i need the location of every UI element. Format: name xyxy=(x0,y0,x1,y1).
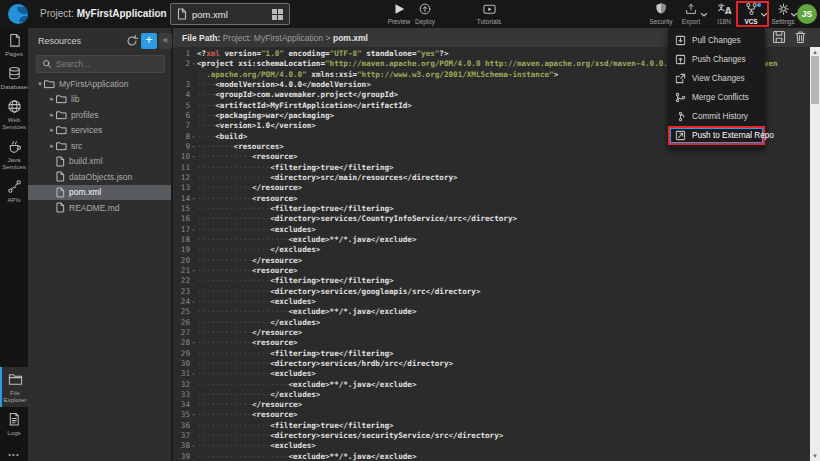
code-line-33[interactable]: 33················</excludes> xyxy=(173,390,810,400)
code-line-39[interactable]: 39····················<exclude>**/*.java… xyxy=(173,452,810,461)
tree-item-myfirstapplication[interactable]: ▾MyFirstApplication xyxy=(28,76,171,92)
menu-item-push-to-external-repo[interactable]: Push to External Repo xyxy=(668,126,765,145)
code-line-13[interactable]: 13············</resource> xyxy=(173,183,810,193)
code-line-38[interactable]: 38-················<excludes> xyxy=(173,441,810,451)
fold-marker[interactable]: - xyxy=(190,59,197,69)
history-icon xyxy=(675,111,686,122)
code-line-11[interactable]: 11················<filtering>true</filte… xyxy=(173,163,810,173)
fold-marker[interactable]: - xyxy=(190,338,197,348)
code-text: ····<version>1.0</version> xyxy=(197,121,316,130)
code-line-10[interactable]: 10-············<resource> xyxy=(173,152,810,162)
code-line-16[interactable]: 16················<directory>services/Co… xyxy=(173,214,810,224)
deploy-button[interactable]: Deploy xyxy=(405,2,445,25)
chevron-right-icon[interactable]: ▸ xyxy=(48,95,56,103)
code-line-19[interactable]: 19················</excludes> xyxy=(173,245,810,255)
scrollbar-thumb[interactable] xyxy=(811,56,819,104)
tree-item-readme-md[interactable]: README.md xyxy=(28,200,171,216)
menu-item-commit-history[interactable]: Commit History xyxy=(668,107,765,126)
code-line-24[interactable]: 24-················<excludes> xyxy=(173,297,810,307)
save-icon[interactable] xyxy=(772,30,786,44)
menu-item-pull-changes[interactable]: Pull Changes xyxy=(668,31,765,50)
code-line-20[interactable]: 20············</resource> xyxy=(173,256,810,266)
code-line-28[interactable]: 28-············<resource> xyxy=(173,338,810,348)
line-number: 7 xyxy=(173,121,190,131)
tree-item-pom-xml[interactable]: pom.xml xyxy=(28,185,171,201)
tutorials-button[interactable]: Tutorials xyxy=(469,2,509,25)
fold-marker[interactable]: - xyxy=(190,410,197,420)
tree-item-lib[interactable]: ▸lib xyxy=(28,92,171,108)
scroll-up-arrow[interactable]: ▲ xyxy=(810,49,820,55)
tab-pom-xml[interactable]: pom.xml xyxy=(170,3,290,25)
fold-marker[interactable]: - xyxy=(190,142,197,152)
user-avatar[interactable]: JS xyxy=(797,4,817,24)
tree-item-dataobjects-json[interactable]: dataObjects.json xyxy=(28,169,171,185)
tree-item-build-xml[interactable]: build.xml xyxy=(28,154,171,170)
chevron-right-icon[interactable]: ▸ xyxy=(48,111,56,119)
wavemaker-logo-icon[interactable] xyxy=(8,4,28,24)
code-line-37[interactable]: 37················<directory>services/se… xyxy=(173,431,810,441)
code-line-32[interactable]: 32····················<exclude>**/*.java… xyxy=(173,380,810,390)
add-resource-button[interactable]: + xyxy=(141,33,157,49)
fold-marker[interactable]: - xyxy=(190,152,197,162)
search-input[interactable] xyxy=(56,59,156,69)
security-label: Security xyxy=(649,18,672,25)
line-number: 12 xyxy=(173,173,190,183)
file-path-file: pom.xml xyxy=(333,33,368,43)
code-line-25[interactable]: 25····················<exclude>**/*.java… xyxy=(173,307,810,317)
folder-icon xyxy=(56,141,67,151)
sidebar-item-databases[interactable]: Databases xyxy=(0,61,28,94)
editor-scrollbar[interactable]: ▲ ▼ xyxy=(810,47,820,461)
collapse-panel-button[interactable]: « xyxy=(159,33,172,49)
resources-title: Resources xyxy=(38,36,81,46)
code-line-15[interactable]: 15················<filtering>true</filte… xyxy=(173,204,810,214)
code-line-12[interactable]: 12················<directory>src/main/re… xyxy=(173,173,810,183)
sidebar-item-webservices[interactable]: Web Services xyxy=(0,94,28,134)
menu-item-view-changes[interactable]: View Changes xyxy=(668,69,765,88)
fold-marker[interactable]: - xyxy=(190,132,197,142)
code-line-14[interactable]: 14-············<resource> xyxy=(173,194,810,204)
tree-item-services[interactable]: ▸services xyxy=(28,123,171,139)
push-icon xyxy=(675,54,686,65)
sidebar-more-button[interactable]: ••• xyxy=(0,450,28,459)
code-line-17[interactable]: 17-················<excludes> xyxy=(173,225,810,235)
split-view-icon[interactable] xyxy=(272,9,283,20)
code-line-29[interactable]: 29················<filtering>true</filte… xyxy=(173,349,810,359)
tree-item-profiles[interactable]: ▸profiles xyxy=(28,107,171,123)
code-line-22[interactable]: 22················<filtering>true</filte… xyxy=(173,276,810,286)
fold-marker[interactable]: - xyxy=(190,297,197,307)
fold-marker[interactable]: - xyxy=(190,266,197,276)
chevron-right-icon[interactable]: ▸ xyxy=(48,142,56,150)
code-line-31[interactable]: 31-················<excludes> xyxy=(173,369,810,379)
refresh-icon[interactable] xyxy=(125,34,139,48)
scroll-down-arrow[interactable]: ▼ xyxy=(810,453,820,459)
merge-icon xyxy=(675,92,686,103)
trash-icon[interactable] xyxy=(794,30,807,44)
code-line-27[interactable]: 27············</resource> xyxy=(173,328,810,338)
code-line-23[interactable]: 23················<directory>services/go… xyxy=(173,287,810,297)
code-line-34[interactable]: 34············</resource> xyxy=(173,400,810,410)
sidebar-item-pages[interactable]: Pages xyxy=(0,28,28,61)
sidebar-item-apis[interactable]: APIs xyxy=(0,174,28,207)
fold-marker[interactable]: - xyxy=(190,441,197,451)
code-line-36[interactable]: 36················<filtering>true</filte… xyxy=(173,421,810,431)
tree-item-label: dataObjects.json xyxy=(69,172,132,182)
code-line-30[interactable]: 30················<directory>services/hr… xyxy=(173,359,810,369)
code-line-21[interactable]: 21-············<resource> xyxy=(173,266,810,276)
chevron-right-icon[interactable]: ▸ xyxy=(48,126,56,134)
tree-item-src[interactable]: ▸src xyxy=(28,138,171,154)
sidebar-item-javaservices[interactable]: Java Services xyxy=(0,134,28,174)
fold-marker[interactable]: - xyxy=(190,225,197,235)
sidebar-item-logs[interactable]: Logs xyxy=(0,407,28,440)
sidebar-item-label: APIs xyxy=(1,196,28,203)
sidebar-item-fileexplorer[interactable]: File Explorer xyxy=(0,367,28,407)
menu-item-push-changes[interactable]: Push Changes xyxy=(668,50,765,69)
code-text: ····<artifactId>MyFirstApplication</arti… xyxy=(197,101,412,110)
fold-marker[interactable]: - xyxy=(190,369,197,379)
fold-marker[interactable]: - xyxy=(190,194,197,204)
chevron-down-icon[interactable]: ▾ xyxy=(36,80,44,88)
code-line-18[interactable]: 18····················<exclude>**/*.java… xyxy=(173,235,810,245)
code-text: ················</excludes> xyxy=(197,318,320,327)
code-line-35[interactable]: 35-············<resource> xyxy=(173,410,810,420)
menu-item-merge-conflicts[interactable]: Merge Conflicts xyxy=(668,88,765,107)
code-line-26[interactable]: 26················</excludes> xyxy=(173,318,810,328)
